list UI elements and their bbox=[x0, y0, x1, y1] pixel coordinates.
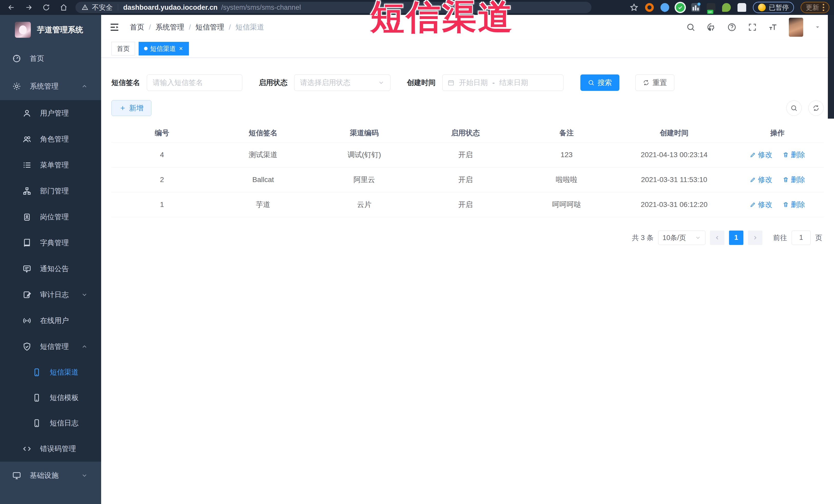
sign-input[interactable]: 请输入短信签名 bbox=[147, 74, 242, 91]
edit-link[interactable]: 修改 bbox=[750, 200, 772, 210]
search-icon[interactable] bbox=[686, 23, 695, 32]
not-secure-warning-icon bbox=[82, 4, 88, 11]
paused-label: 已暂停 bbox=[769, 3, 789, 12]
delete-link[interactable]: 删除 bbox=[783, 175, 805, 184]
sidebar-item-online-users[interactable]: 在线用户 bbox=[0, 308, 101, 333]
shield-icon bbox=[23, 342, 31, 351]
reset-button[interactable]: 重置 bbox=[635, 74, 674, 91]
extension-icon-leaf[interactable] bbox=[722, 3, 731, 12]
pencil-icon bbox=[750, 177, 756, 183]
next-page-button[interactable] bbox=[748, 231, 762, 245]
trash-icon bbox=[783, 177, 789, 183]
browser-scrollbar[interactable] bbox=[828, 15, 834, 118]
breadcrumb-home[interactable]: 首页 bbox=[130, 22, 144, 32]
date-range-picker[interactable]: 开始日期 - 结束日期 bbox=[442, 74, 564, 91]
question-icon[interactable] bbox=[727, 23, 737, 32]
tab-sms-channel[interactable]: 短信渠道 bbox=[139, 42, 189, 56]
home-icon[interactable] bbox=[60, 3, 68, 12]
url-domain: dashboard.yudao.iocoder.cn bbox=[123, 4, 218, 12]
breadcrumb-sms[interactable]: 短信管理 bbox=[196, 22, 224, 32]
browser-update-button[interactable]: 更新 bbox=[800, 2, 829, 13]
refresh-table-button[interactable] bbox=[808, 101, 824, 116]
status-select[interactable]: 请选择启用状态 bbox=[294, 74, 391, 91]
toggle-search-button[interactable] bbox=[786, 101, 802, 116]
monitor-icon bbox=[12, 471, 21, 480]
forward-icon[interactable] bbox=[25, 3, 33, 12]
table-header-row: 编号 短信签名 渠道编码 启用状态 备注 创建时间 操作 bbox=[111, 124, 824, 142]
trash-icon bbox=[783, 152, 789, 158]
breadcrumb-system[interactable]: 系统管理 bbox=[156, 22, 184, 32]
sidebar-item-notice[interactable]: 通知公告 bbox=[0, 256, 101, 282]
extension-icon-orange[interactable] bbox=[645, 3, 654, 12]
sidebar-item-posts[interactable]: 岗位管理 bbox=[0, 204, 101, 230]
goto-page-input[interactable]: 1 bbox=[792, 231, 811, 245]
edit-link[interactable]: 修改 bbox=[750, 175, 772, 184]
github-icon[interactable] bbox=[707, 23, 716, 32]
search-button[interactable]: 搜索 bbox=[580, 74, 619, 91]
caret-down-icon[interactable] bbox=[814, 24, 821, 30]
sidebar-item-error-code[interactable]: 错误码管理 bbox=[0, 436, 101, 462]
chevron-right-icon bbox=[752, 235, 758, 241]
sidebar-item-sms[interactable]: 短信管理 bbox=[0, 333, 101, 359]
sidebar-item-departments[interactable]: 部门管理 bbox=[0, 178, 101, 204]
sidebar-item-users[interactable]: 用户管理 bbox=[0, 100, 101, 126]
url-divider bbox=[118, 4, 118, 11]
not-secure-label[interactable]: 不安全 bbox=[92, 3, 113, 12]
sidebar-item-sms-log[interactable]: 短信日志 bbox=[0, 410, 101, 436]
goto-label: 前往 bbox=[773, 233, 787, 242]
close-icon[interactable] bbox=[178, 46, 183, 51]
book-icon bbox=[23, 239, 31, 247]
sidebar-item-dict[interactable]: 字典管理 bbox=[0, 230, 101, 256]
extension-icon-columns[interactable] bbox=[691, 3, 700, 12]
badge-icon bbox=[23, 213, 31, 221]
bookmark-star-icon[interactable] bbox=[630, 3, 638, 12]
sidebar-item-audit-log[interactable]: 审计日志 bbox=[0, 282, 101, 308]
phone-icon bbox=[32, 419, 41, 428]
table-row: 1 芋道 云片 开启 呵呵呵哒 2021-03-31 06:12:20 修改 删… bbox=[111, 192, 824, 217]
prev-page-button[interactable] bbox=[710, 231, 724, 245]
back-icon[interactable] bbox=[7, 3, 16, 12]
edit-link[interactable]: 修改 bbox=[750, 150, 772, 160]
sidebar-item-sms-channel[interactable]: 短信渠道 bbox=[0, 359, 101, 385]
sidebar-item-roles[interactable]: 角色管理 bbox=[0, 126, 101, 152]
sidebar-item-system[interactable]: 系统管理 bbox=[0, 72, 101, 100]
avatar[interactable] bbox=[789, 18, 803, 37]
chevron-down-icon bbox=[81, 291, 88, 298]
code-icon bbox=[23, 444, 31, 453]
tab-home[interactable]: 首页 bbox=[111, 42, 135, 56]
date-start-placeholder: 开始日期 bbox=[459, 78, 488, 88]
trash-icon bbox=[783, 201, 789, 208]
fullscreen-icon[interactable] bbox=[748, 23, 757, 32]
logo-image bbox=[15, 22, 31, 38]
update-label: 更新 bbox=[806, 3, 819, 12]
calendar-icon bbox=[448, 79, 454, 86]
page-size-select[interactable]: 10条/页 bbox=[658, 231, 705, 245]
add-button[interactable]: 新增 bbox=[111, 100, 151, 116]
url-bar[interactable]: 不安全 dashboard.yudao.iocoder.cn/system/sm… bbox=[75, 2, 591, 13]
reload-icon[interactable] bbox=[42, 3, 50, 12]
extension-icon-check[interactable] bbox=[676, 3, 685, 12]
current-page-button[interactable]: 1 bbox=[729, 231, 743, 245]
font-size-icon[interactable] bbox=[768, 23, 777, 32]
delete-link[interactable]: 删除 bbox=[783, 200, 805, 210]
browser-menu-icon[interactable] bbox=[823, 4, 824, 11]
paused-extension-badge[interactable]: 已暂停 bbox=[753, 2, 794, 13]
extension-icon-on-badge[interactable] bbox=[707, 3, 716, 12]
app-logo[interactable]: 芋道管理系统 bbox=[0, 15, 101, 45]
total-count: 共 3 条 bbox=[632, 233, 654, 242]
sidebar: 芋道管理系统 首页 系统管理 用户管理 角色管理 菜单管理 部门管理 岗位管理 bbox=[0, 15, 101, 504]
extension-icon-ghost[interactable] bbox=[738, 3, 746, 12]
extension-icon-pin[interactable] bbox=[660, 3, 669, 12]
sidebar-item-menus[interactable]: 菜单管理 bbox=[0, 152, 101, 178]
hamburger-icon[interactable] bbox=[109, 22, 119, 32]
log-edit-icon bbox=[23, 290, 31, 299]
sidebar-item-home[interactable]: 首页 bbox=[0, 45, 101, 72]
sidebar-item-infrastructure[interactable]: 基础设施 bbox=[0, 462, 101, 489]
page-unit: 页 bbox=[815, 233, 822, 242]
chevron-up-icon bbox=[81, 343, 88, 350]
pagination: 共 3 条 10条/页 1 前往 1 页 bbox=[113, 231, 822, 245]
sidebar-item-sms-template[interactable]: 短信模板 bbox=[0, 385, 101, 410]
chevron-down-icon bbox=[378, 79, 385, 86]
system-submenu: 用户管理 角色管理 菜单管理 部门管理 岗位管理 字典管理 通知公告 审计日志 bbox=[0, 100, 101, 462]
delete-link[interactable]: 删除 bbox=[783, 150, 805, 160]
